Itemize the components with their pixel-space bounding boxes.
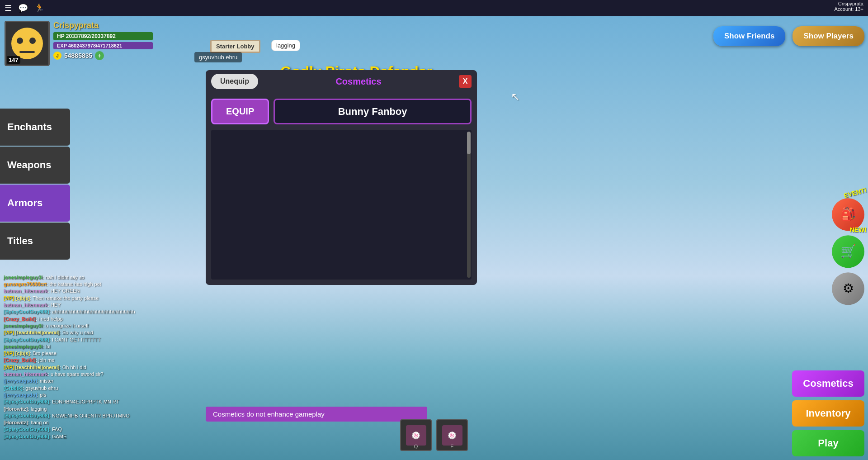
chat-line-2: gunonpre70000crt: the katana has high po… [4, 281, 168, 287]
currency-plus-button[interactable]: + [95, 51, 104, 60]
character-icon[interactable]: 🏃 [34, 3, 44, 13]
cosmetics-note: Cosmetics do not enhance gameplay [206, 407, 427, 422]
account-age: Account: 13+ [834, 6, 863, 12]
chat-line-20: [Horowitz]: lagging [4, 406, 168, 412]
chat-line-15: batman_hitenmark: u have spare sword sir… [4, 371, 168, 377]
left-menu: Enchants Weapons Armors Titles [0, 109, 70, 260]
slot-item-q: 🍥 [406, 425, 426, 446]
enchants-menu-button[interactable]: Enchants [0, 109, 70, 146]
items-list[interactable] [211, 130, 472, 280]
chat-line-10: [SpisyCoolGuy608]: I CANT GET ITTTTTT [4, 337, 168, 343]
account-info: Crispyprata Account: 13+ [834, 1, 863, 12]
level-badge: 147 [7, 56, 20, 64]
scrollbar-track [467, 132, 471, 278]
settings-icon: ⚙ [843, 281, 854, 296]
in-world-chat-bubble: gsyuvhub ehru [194, 52, 242, 62]
titles-menu-button[interactable]: Titles [0, 223, 70, 260]
settings-button[interactable]: ⚙ [832, 272, 864, 305]
chat-panel: jonesimpleguy3i: nah I didnt say so guno… [0, 272, 172, 442]
cosmetics-modal: Unequip Cosmetics X EQUIP Bunny Fanboy [206, 70, 477, 285]
shop-icon: 🛒 [840, 244, 856, 259]
slot-key-e: E [450, 444, 453, 449]
chat-line-13: [Crazy_Build]: join me [4, 357, 168, 363]
starter-lobby-sign: Starter Lobby [210, 40, 260, 53]
play-button[interactable]: Play [792, 430, 864, 456]
right-icon-buttons: EVENT! 🎒 NEW! 🛒 ⚙ [832, 198, 864, 305]
currency-value: 54885835 [64, 52, 92, 59]
chat-line-24: [SpisyCoolGuy608]: GAME [4, 433, 168, 440]
quick-slot-q[interactable]: 🍥 Q [400, 419, 432, 451]
chat-line-17: [Crb8tk]: gsyuvhub ehru [4, 385, 168, 391]
currency-icon: J [53, 52, 61, 60]
event-icon: 🎒 [840, 207, 856, 222]
inventory-right-button[interactable]: Inventory [792, 400, 864, 427]
player-stats: Crispyprata HP 20337892/20337892 EXP 460… [53, 21, 153, 60]
account-username: Crispyprata [834, 1, 863, 6]
chat-line-22: [Horowitz]: hang on [4, 419, 168, 426]
chat-line-9: [VIP] [teachhiheljoneral]: So why u said [4, 329, 168, 336]
cosmetics-right-button[interactable]: Cosmetics [792, 370, 864, 397]
currency-row: J 54885835 + [53, 51, 153, 60]
player-panel: 147 Crispyprata HP 20337892/20337892 EXP… [5, 21, 153, 66]
equip-button[interactable]: EQUIP [211, 99, 269, 124]
quick-slot-e[interactable]: 🍥 E [436, 419, 468, 451]
chat-line-7: [Crazy_Build]: i ned helpp [4, 316, 168, 322]
close-modal-button[interactable]: X [459, 75, 472, 88]
chat-line-3: batman_hitenmark: HEY GREEN [4, 288, 168, 294]
chat-line-23: [SpisyCoolGuy608]: FAQ [4, 426, 168, 432]
modal-header: Unequip Cosmetics X [206, 70, 477, 93]
chat-line-11: jonesimpleguy3i: lol [4, 343, 168, 350]
unequip-button[interactable]: Unequip [211, 74, 258, 89]
hp-bar: HP 20337892/20337892 [53, 32, 153, 40]
chat-line-16: [jerrysargado]: mister [4, 378, 168, 384]
slot-item-e: 🍥 [442, 425, 462, 446]
item-name-display: Bunny Fanboy [274, 99, 472, 124]
weapons-menu-button[interactable]: Weapons [0, 147, 70, 184]
slot-key-q: Q [414, 444, 418, 449]
right-bottom-buttons: Cosmetics Inventory Play [788, 367, 868, 460]
quick-slots: 🍥 Q 🍥 E [400, 419, 468, 451]
chat-line-1: jonesimpleguy3i: nah I didnt say so [4, 274, 168, 280]
chat-line-12: [VIP] [cjbjs]: Bro please [4, 350, 168, 356]
equip-row: EQUIP Bunny Fanboy [211, 99, 472, 124]
show-players-button[interactable]: Show Players [793, 26, 864, 46]
lagging-chat-bubble: lagging [271, 40, 300, 51]
chat-line-18: [jerrysargado]: pls [4, 392, 168, 398]
top-bar: ☰ 💬 🏃 Crispyprata Account: 13+ [0, 0, 868, 16]
show-friends-button[interactable]: Show Friends [713, 26, 785, 46]
chat-line-8: jonesimpleguy3i: u recognize it urself [4, 322, 168, 329]
scrollbar-thumb[interactable] [467, 132, 471, 154]
player-name: Crispyprata [53, 21, 153, 30]
chat-line-21: [SpisyCoolGuy608]: NGWENHB OI4ENTR BPRJT… [4, 413, 168, 419]
chat-line-6: [SpisyCoolGuy608]: ahhhhhhhhhhhhhhhhhhhh… [4, 308, 168, 315]
modal-content: EQUIP Bunny Fanboy [206, 93, 477, 285]
avatar [11, 28, 43, 59]
chat-icon[interactable]: 💬 [18, 3, 28, 13]
avatar-box: 147 [5, 21, 50, 66]
menu-icon[interactable]: ☰ [5, 3, 12, 13]
shop-button[interactable]: NEW! 🛒 [832, 235, 864, 268]
chat-line-5: batman_hitenmark: HEY [4, 302, 168, 308]
armors-menu-button[interactable]: Armors [0, 185, 70, 222]
cosmetics-tab-label: Cosmetics [263, 76, 454, 87]
new-label: NEW! [850, 226, 867, 233]
header-buttons-row: Show Friends Show Players [713, 26, 868, 46]
chat-line-19: [SpisyCoolGuy608]: EDNHBN4EJOPRPTK MN RT [4, 398, 168, 405]
chat-line-4: [VIP] [cjbjs]: Then remake the party ple… [4, 295, 168, 301]
exp-bar: EXP 4602437978/471718621 [53, 42, 153, 49]
chat-line-14: [VIP] [teachhiheljoneral]: Oh hh i did [4, 364, 168, 370]
